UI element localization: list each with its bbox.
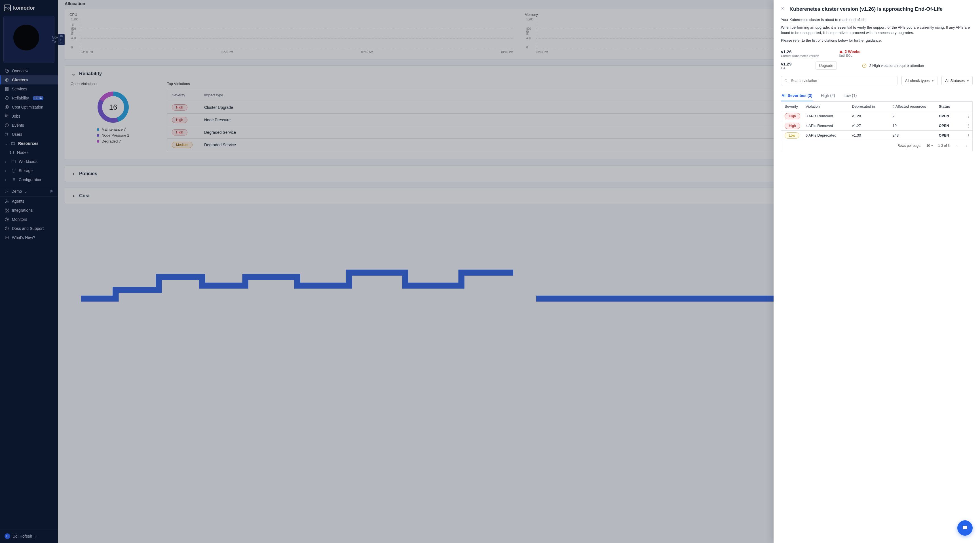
tab-all[interactable]: All Severities (3) [781,90,813,101]
chevron-down-icon: ▾ [931,144,933,148]
tab-high[interactable]: High (2) [820,90,836,101]
severity-tabs: All Severities (3) High (2) Low (1) [781,90,973,102]
row-menu-icon[interactable]: ⋮ [964,114,972,118]
status-filter[interactable]: All Statuses▾ [942,76,973,85]
close-icon[interactable]: ✕ [781,6,784,11]
violations-table: Severity Violation Deprecated in # Affec… [781,102,973,151]
drawer-p2: When performing an upgrade, it is essent… [781,25,973,36]
drawer-p3: Please refer to the list of violations b… [781,38,973,43]
eol-drawer: ✕ Kuberenetes cluster version (v1.26) is… [773,0,980,543]
table-row[interactable]: High 4 APIs Removed v1.27 19 OPEN ⋮ [781,121,972,130]
search-icon [784,79,788,83]
chat-icon [962,525,968,531]
alert-icon [862,63,867,68]
drawer-p1: Your Kubernetes cluster is about to reac… [781,17,973,23]
violation-search-input[interactable] [790,78,894,83]
rpp-select[interactable]: 10 ▾ [926,144,933,148]
drawer-title: Kuberenetes cluster version (v1.26) is a… [789,6,943,12]
next-page[interactable]: › [964,143,969,148]
prev-page[interactable]: ‹ [955,143,959,148]
row-menu-icon[interactable]: ⋮ [964,124,972,128]
warning-icon [839,49,843,54]
violation-search[interactable] [781,76,897,85]
tab-low[interactable]: Low (1) [843,90,858,101]
eol-countdown: 2 Weeks Until EOL [839,49,861,57]
chevron-down-icon: ▾ [932,78,934,83]
rpp-label: Rows per page: [897,144,921,148]
table-header: Severity Violation Deprecated in # Affec… [781,102,972,111]
page-range: 1-3 of 3 [938,144,950,148]
svg-point-27 [784,79,787,82]
pager: Rows per page: 10 ▾ 1-3 of 3 ‹ › [781,140,972,151]
violation-warning: 2 High violations require attention [862,63,924,68]
chevron-down-icon: ▾ [967,78,969,83]
check-type-filter[interactable]: All check types▾ [902,76,938,85]
current-version: v1.26 Current Kubernetes version [781,49,819,57]
row-menu-icon[interactable]: ⋮ [964,133,972,137]
help-bubble[interactable] [957,520,973,536]
upgrade-button[interactable]: Upgrade [816,62,837,70]
table-row[interactable]: Low 6 APIs Deprecated v1.30 243 OPEN ⋮ [781,130,972,140]
table-row[interactable]: High 3 APIs Removed v1.28 9 OPEN ⋮ [781,111,972,121]
ga-version: v1.29 GA [781,62,792,70]
svg-line-28 [787,82,788,83]
